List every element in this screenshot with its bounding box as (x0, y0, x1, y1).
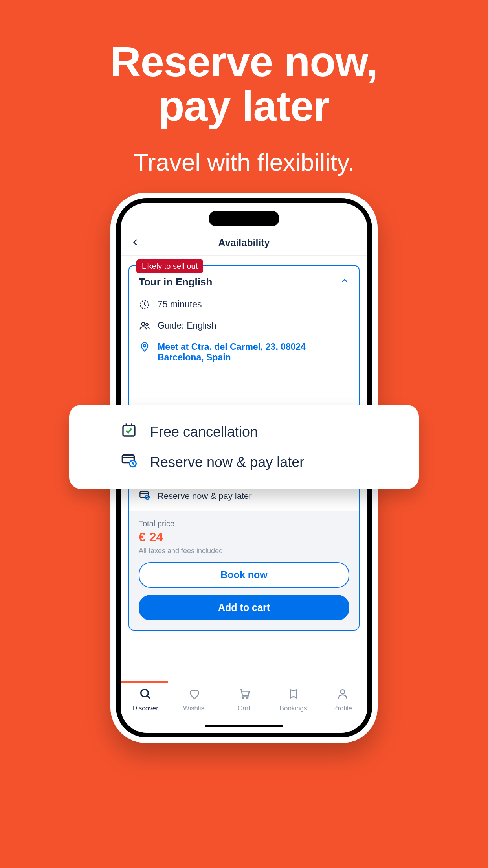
app-header: Availability (121, 230, 367, 256)
people-icon (139, 320, 150, 334)
tab-wishlist-label: Wishlist (183, 704, 206, 712)
hero-subtitle: Travel with flexibility. (0, 148, 488, 176)
guide-text: Guide: English (158, 320, 216, 331)
callout-reserve-now: Reserve now & pay later (89, 447, 399, 477)
total-section: Total price € 24 All taxes and fees incl… (129, 511, 359, 630)
ticket-icon (287, 688, 300, 702)
svg-point-13 (246, 697, 248, 699)
calendar-check-icon (120, 422, 138, 441)
svg-point-12 (242, 697, 244, 699)
hero-title-line2: pay later (0, 84, 488, 128)
cart-icon (238, 688, 250, 702)
svg-point-14 (341, 690, 345, 694)
sellout-badge: Likely to sell out (136, 259, 203, 273)
tab-profile-label: Profile (333, 704, 352, 712)
search-icon (139, 688, 152, 702)
meeting-point-row[interactable]: Meet at Ctra. del Carmel, 23, 08024 Barc… (139, 338, 349, 367)
active-tab-indicator (121, 681, 168, 683)
tab-discover[interactable]: Discover (124, 688, 167, 712)
meeting-point-text: Meet at Ctra. del Carmel, 23, 08024 Barc… (158, 342, 349, 363)
tab-cart[interactable]: Cart (222, 688, 266, 712)
total-label: Total price (139, 519, 349, 528)
total-price: € 24 (139, 530, 349, 544)
svg-point-1 (141, 322, 145, 326)
book-now-button[interactable]: Book now (139, 562, 349, 588)
back-button[interactable] (130, 235, 140, 250)
tab-profile[interactable]: Profile (321, 688, 364, 712)
location-pin-icon (139, 342, 150, 355)
tour-title: Tour in English (139, 276, 212, 288)
clock-icon (139, 299, 150, 313)
hero-title-line1: Reserve now, (0, 39, 488, 84)
card-clock-icon (139, 489, 150, 503)
callout-reserve-now-text: Reserve now & pay later (150, 454, 304, 471)
benefit-reserve-now-text: Reserve now & pay later (158, 491, 252, 501)
duration-text: 75 minutes (158, 299, 202, 310)
tab-bookings-label: Bookings (280, 704, 307, 712)
tab-bookings[interactable]: Bookings (272, 688, 315, 712)
callout-free-cancellation: Free cancellation (89, 417, 399, 447)
home-indicator (205, 725, 283, 727)
duration-row: 75 minutes (139, 295, 349, 316)
chevron-up-icon (340, 276, 349, 288)
feature-callout: Free cancellation Reserve now & pay late… (69, 405, 419, 489)
svg-line-11 (147, 696, 150, 699)
profile-icon (336, 688, 349, 702)
tab-wishlist[interactable]: Wishlist (173, 688, 216, 712)
callout-free-cancellation-text: Free cancellation (150, 424, 258, 440)
heart-icon (188, 688, 201, 702)
tax-note: All taxes and fees included (139, 547, 349, 555)
tab-discover-label: Discover (132, 704, 158, 712)
page-title: Availability (218, 237, 270, 248)
phone-notch (209, 211, 279, 226)
guide-row: Guide: English (139, 316, 349, 338)
svg-point-2 (146, 324, 148, 326)
add-to-cart-button[interactable]: Add to cart (139, 595, 349, 620)
tab-cart-label: Cart (238, 704, 250, 712)
card-clock-icon (120, 452, 138, 472)
svg-point-3 (143, 345, 146, 347)
svg-point-10 (141, 690, 148, 697)
hero-title: Reserve now, pay later (0, 0, 488, 129)
